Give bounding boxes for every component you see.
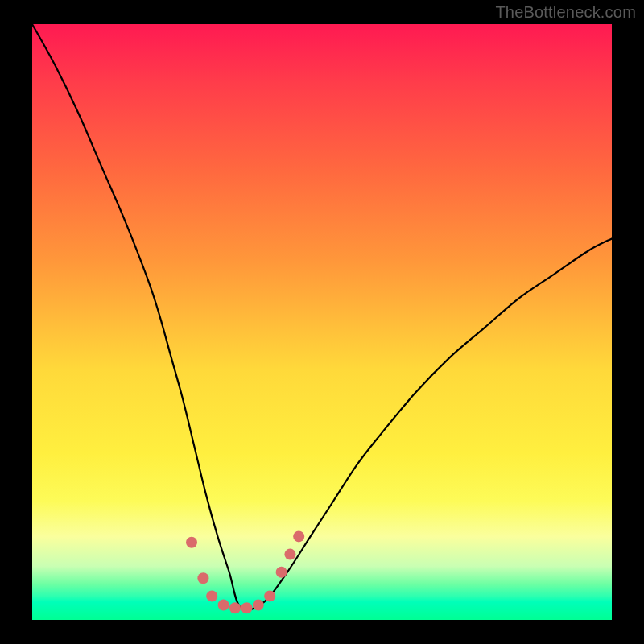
marker-point <box>241 602 252 613</box>
marker-point <box>253 600 264 611</box>
marker-point <box>293 530 304 542</box>
marker-point <box>229 602 241 613</box>
marker-point <box>206 590 217 601</box>
marker-point <box>264 590 275 601</box>
marker-point <box>218 600 229 611</box>
chart-frame: TheBottleneck.com <box>0 0 644 644</box>
bottleneck-curve <box>32 24 612 610</box>
watermark-text: TheBottleneck.com <box>495 3 636 22</box>
marker-point <box>197 572 208 584</box>
plot-area <box>32 24 612 620</box>
marker-point <box>276 567 287 578</box>
marker-point <box>186 537 197 548</box>
marker-group <box>186 530 304 613</box>
marker-point <box>284 549 295 560</box>
curve-svg <box>32 24 612 620</box>
